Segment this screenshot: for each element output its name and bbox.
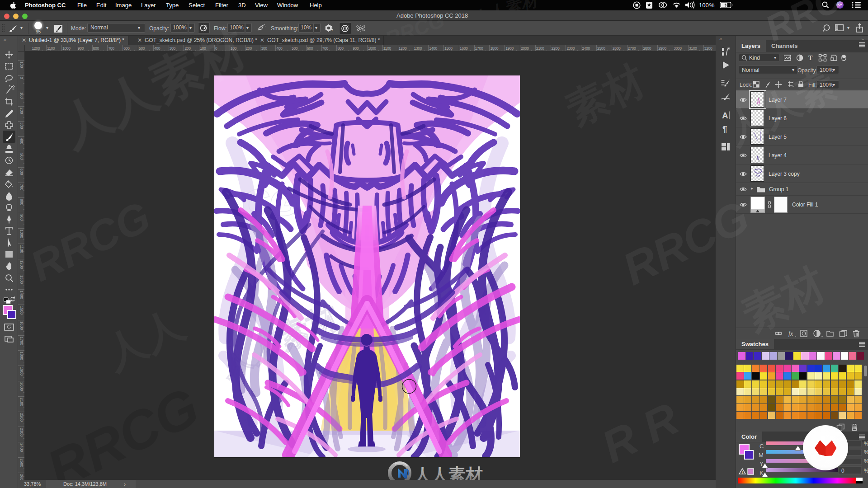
svg-text:A: A — [722, 111, 728, 120]
svg-text:T: T — [808, 55, 813, 61]
svg-text:%: % — [864, 449, 868, 455]
svg-text:C: C — [760, 443, 764, 450]
svg-text:%: % — [864, 458, 868, 465]
svg-text:%: % — [864, 468, 868, 474]
svg-text:!: ! — [742, 470, 743, 474]
svg-text:M: M — [759, 452, 764, 459]
svg-text:¶: ¶ — [722, 124, 727, 134]
svg-text:fx: fx — [788, 330, 793, 337]
svg-text:%: % — [864, 441, 868, 447]
